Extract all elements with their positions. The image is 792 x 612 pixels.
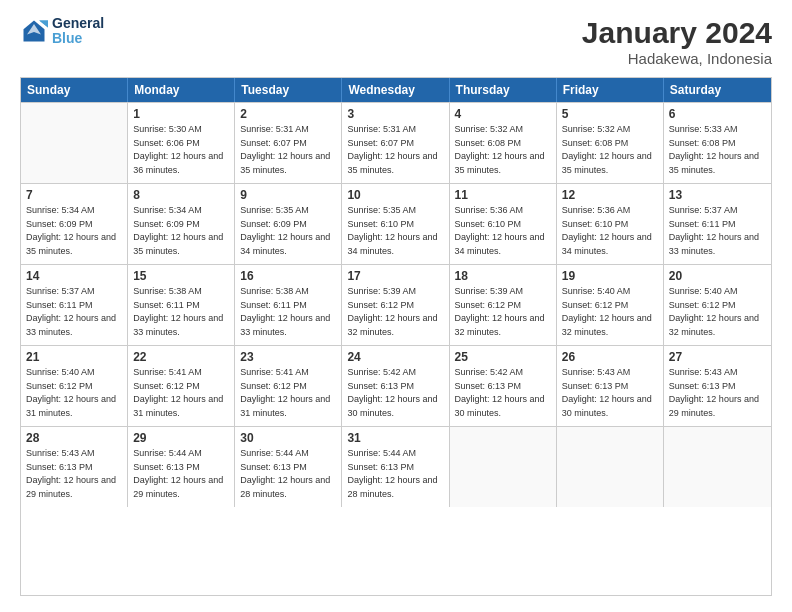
calendar-cell: 18 Sunrise: 5:39 AM Sunset: 6:12 PM Dayl…: [450, 265, 557, 345]
calendar-subtitle: Hadakewa, Indonesia: [582, 50, 772, 67]
cell-info: Sunrise: 5:30 AM Sunset: 6:06 PM Dayligh…: [133, 123, 229, 177]
calendar-cell: 20 Sunrise: 5:40 AM Sunset: 6:12 PM Dayl…: [664, 265, 771, 345]
day-number: 7: [26, 188, 122, 202]
calendar-cell: 9 Sunrise: 5:35 AM Sunset: 6:09 PM Dayli…: [235, 184, 342, 264]
day-number: 11: [455, 188, 551, 202]
cell-info: Sunrise: 5:44 AM Sunset: 6:13 PM Dayligh…: [133, 447, 229, 501]
cell-info: Sunrise: 5:38 AM Sunset: 6:11 PM Dayligh…: [240, 285, 336, 339]
cell-info: Sunrise: 5:32 AM Sunset: 6:08 PM Dayligh…: [562, 123, 658, 177]
calendar-cell: 5 Sunrise: 5:32 AM Sunset: 6:08 PM Dayli…: [557, 103, 664, 183]
day-number: 28: [26, 431, 122, 445]
day-number: 13: [669, 188, 766, 202]
calendar-cell: 30 Sunrise: 5:44 AM Sunset: 6:13 PM Dayl…: [235, 427, 342, 507]
day-number: 15: [133, 269, 229, 283]
calendar-cell: 15 Sunrise: 5:38 AM Sunset: 6:11 PM Dayl…: [128, 265, 235, 345]
calendar-cell: 13 Sunrise: 5:37 AM Sunset: 6:11 PM Dayl…: [664, 184, 771, 264]
calendar-cell: 19 Sunrise: 5:40 AM Sunset: 6:12 PM Dayl…: [557, 265, 664, 345]
day-number: 22: [133, 350, 229, 364]
calendar-cell: 22 Sunrise: 5:41 AM Sunset: 6:12 PM Dayl…: [128, 346, 235, 426]
calendar-cell: 10 Sunrise: 5:35 AM Sunset: 6:10 PM Dayl…: [342, 184, 449, 264]
day-number: 10: [347, 188, 443, 202]
calendar-cell: [557, 427, 664, 507]
logo: General Blue: [20, 16, 104, 47]
day-number: 31: [347, 431, 443, 445]
page: General Blue January 2024 Hadakewa, Indo…: [0, 0, 792, 612]
day-number: 1: [133, 107, 229, 121]
calendar-cell: 16 Sunrise: 5:38 AM Sunset: 6:11 PM Dayl…: [235, 265, 342, 345]
day-number: 3: [347, 107, 443, 121]
day-number: 8: [133, 188, 229, 202]
calendar-cell: 24 Sunrise: 5:42 AM Sunset: 6:13 PM Dayl…: [342, 346, 449, 426]
calendar-row: 7 Sunrise: 5:34 AM Sunset: 6:09 PM Dayli…: [21, 183, 771, 264]
day-number: 26: [562, 350, 658, 364]
day-number: 16: [240, 269, 336, 283]
cell-info: Sunrise: 5:34 AM Sunset: 6:09 PM Dayligh…: [133, 204, 229, 258]
cell-info: Sunrise: 5:39 AM Sunset: 6:12 PM Dayligh…: [455, 285, 551, 339]
day-number: 5: [562, 107, 658, 121]
calendar-cell: 28 Sunrise: 5:43 AM Sunset: 6:13 PM Dayl…: [21, 427, 128, 507]
calendar-row: 21 Sunrise: 5:40 AM Sunset: 6:12 PM Dayl…: [21, 345, 771, 426]
cell-info: Sunrise: 5:37 AM Sunset: 6:11 PM Dayligh…: [669, 204, 766, 258]
calendar-header-cell: Friday: [557, 78, 664, 102]
cell-info: Sunrise: 5:33 AM Sunset: 6:08 PM Dayligh…: [669, 123, 766, 177]
day-number: 25: [455, 350, 551, 364]
cell-info: Sunrise: 5:34 AM Sunset: 6:09 PM Dayligh…: [26, 204, 122, 258]
calendar-header-row: SundayMondayTuesdayWednesdayThursdayFrid…: [21, 78, 771, 102]
calendar-header-cell: Saturday: [664, 78, 771, 102]
header: General Blue January 2024 Hadakewa, Indo…: [20, 16, 772, 67]
calendar-cell: 8 Sunrise: 5:34 AM Sunset: 6:09 PM Dayli…: [128, 184, 235, 264]
calendar-title: January 2024: [582, 16, 772, 50]
logo-icon: [20, 17, 48, 45]
cell-info: Sunrise: 5:35 AM Sunset: 6:10 PM Dayligh…: [347, 204, 443, 258]
cell-info: Sunrise: 5:40 AM Sunset: 6:12 PM Dayligh…: [26, 366, 122, 420]
calendar-cell: [21, 103, 128, 183]
cell-info: Sunrise: 5:32 AM Sunset: 6:08 PM Dayligh…: [455, 123, 551, 177]
calendar-header-cell: Tuesday: [235, 78, 342, 102]
day-number: 19: [562, 269, 658, 283]
cell-info: Sunrise: 5:35 AM Sunset: 6:09 PM Dayligh…: [240, 204, 336, 258]
calendar-cell: 7 Sunrise: 5:34 AM Sunset: 6:09 PM Dayli…: [21, 184, 128, 264]
day-number: 30: [240, 431, 336, 445]
day-number: 21: [26, 350, 122, 364]
cell-info: Sunrise: 5:31 AM Sunset: 6:07 PM Dayligh…: [347, 123, 443, 177]
cell-info: Sunrise: 5:41 AM Sunset: 6:12 PM Dayligh…: [133, 366, 229, 420]
calendar-cell: 25 Sunrise: 5:42 AM Sunset: 6:13 PM Dayl…: [450, 346, 557, 426]
calendar-cell: 29 Sunrise: 5:44 AM Sunset: 6:13 PM Dayl…: [128, 427, 235, 507]
calendar-header-cell: Sunday: [21, 78, 128, 102]
cell-info: Sunrise: 5:37 AM Sunset: 6:11 PM Dayligh…: [26, 285, 122, 339]
day-number: 4: [455, 107, 551, 121]
cell-info: Sunrise: 5:36 AM Sunset: 6:10 PM Dayligh…: [455, 204, 551, 258]
day-number: 17: [347, 269, 443, 283]
day-number: 18: [455, 269, 551, 283]
calendar-cell: 27 Sunrise: 5:43 AM Sunset: 6:13 PM Dayl…: [664, 346, 771, 426]
calendar-cell: 1 Sunrise: 5:30 AM Sunset: 6:06 PM Dayli…: [128, 103, 235, 183]
day-number: 24: [347, 350, 443, 364]
calendar-cell: 21 Sunrise: 5:40 AM Sunset: 6:12 PM Dayl…: [21, 346, 128, 426]
cell-info: Sunrise: 5:42 AM Sunset: 6:13 PM Dayligh…: [455, 366, 551, 420]
day-number: 14: [26, 269, 122, 283]
day-number: 2: [240, 107, 336, 121]
calendar-header-cell: Wednesday: [342, 78, 449, 102]
calendar-cell: 17 Sunrise: 5:39 AM Sunset: 6:12 PM Dayl…: [342, 265, 449, 345]
calendar-body: 1 Sunrise: 5:30 AM Sunset: 6:06 PM Dayli…: [21, 102, 771, 507]
cell-info: Sunrise: 5:43 AM Sunset: 6:13 PM Dayligh…: [26, 447, 122, 501]
cell-info: Sunrise: 5:36 AM Sunset: 6:10 PM Dayligh…: [562, 204, 658, 258]
day-number: 23: [240, 350, 336, 364]
calendar-cell: 3 Sunrise: 5:31 AM Sunset: 6:07 PM Dayli…: [342, 103, 449, 183]
cell-info: Sunrise: 5:42 AM Sunset: 6:13 PM Dayligh…: [347, 366, 443, 420]
calendar-row: 1 Sunrise: 5:30 AM Sunset: 6:06 PM Dayli…: [21, 102, 771, 183]
calendar-cell: 14 Sunrise: 5:37 AM Sunset: 6:11 PM Dayl…: [21, 265, 128, 345]
calendar-cell: 11 Sunrise: 5:36 AM Sunset: 6:10 PM Dayl…: [450, 184, 557, 264]
calendar: SundayMondayTuesdayWednesdayThursdayFrid…: [20, 77, 772, 596]
calendar-cell: 6 Sunrise: 5:33 AM Sunset: 6:08 PM Dayli…: [664, 103, 771, 183]
cell-info: Sunrise: 5:44 AM Sunset: 6:13 PM Dayligh…: [240, 447, 336, 501]
calendar-cell: 4 Sunrise: 5:32 AM Sunset: 6:08 PM Dayli…: [450, 103, 557, 183]
cell-info: Sunrise: 5:31 AM Sunset: 6:07 PM Dayligh…: [240, 123, 336, 177]
cell-info: Sunrise: 5:39 AM Sunset: 6:12 PM Dayligh…: [347, 285, 443, 339]
calendar-cell: 23 Sunrise: 5:41 AM Sunset: 6:12 PM Dayl…: [235, 346, 342, 426]
cell-info: Sunrise: 5:43 AM Sunset: 6:13 PM Dayligh…: [562, 366, 658, 420]
cell-info: Sunrise: 5:40 AM Sunset: 6:12 PM Dayligh…: [562, 285, 658, 339]
calendar-cell: [450, 427, 557, 507]
calendar-header-cell: Thursday: [450, 78, 557, 102]
day-number: 20: [669, 269, 766, 283]
